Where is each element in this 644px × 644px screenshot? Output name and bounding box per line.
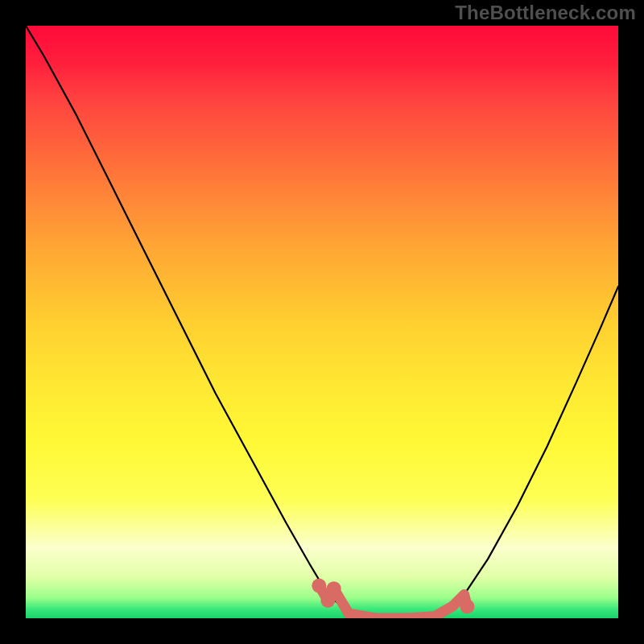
watermark-text: TheBottleneck.com xyxy=(455,2,636,24)
heat-gradient-background xyxy=(26,26,618,618)
chart-frame xyxy=(26,26,618,618)
plot-area xyxy=(26,26,618,618)
